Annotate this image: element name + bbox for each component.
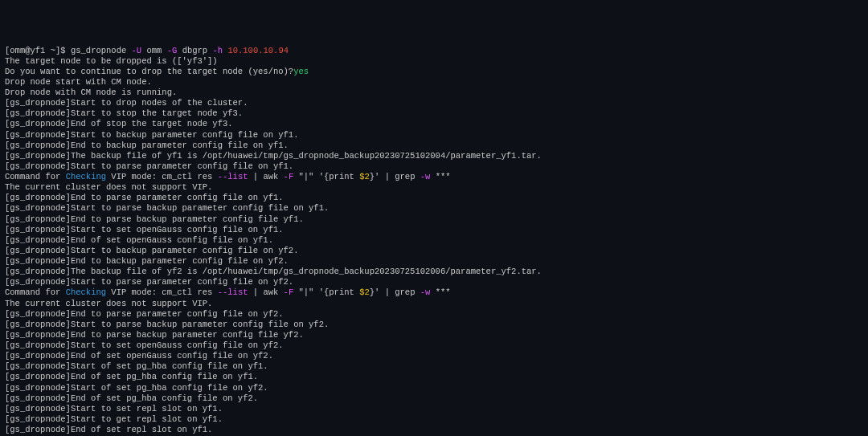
out-line: [gs_dropnode]End of set pg_hba config fi… — [5, 372, 863, 382]
out-line: [gs_dropnode]Start to set openGauss conf… — [5, 225, 863, 235]
out-line: [gs_dropnode]End of set openGauss config… — [5, 235, 863, 246]
val-U: omm — [146, 46, 162, 55]
val-h: 10.100.10.94 — [227, 46, 289, 55]
out-line: [gs_dropnode]End of stop the target node… — [5, 119, 863, 129]
confirm-prompt: Do you want to continue to drop the targ… — [5, 67, 293, 76]
vip-cmd-line: Command for Checking VIP mode: cm_ctl re… — [5, 172, 863, 182]
out-line: [gs_dropnode]Start to parse parameter co… — [5, 161, 863, 172]
out-line: [gs_dropnode]End of set openGauss config… — [5, 351, 863, 361]
out-line: [gs_dropnode]The backup file of yf1 is /… — [5, 151, 863, 161]
terminal-output[interactable]: [omm@yf1 ~]$ gs_dropnode -U omm -G dbgrp… — [5, 46, 863, 437]
out-line: [gs_dropnode]The backup file of yf2 is /… — [5, 267, 863, 277]
prompt: [omm@yf1 ~]$ — [5, 46, 66, 55]
out-line: [gs_dropnode]End to parse backup paramet… — [5, 330, 863, 340]
out-line: [gs_dropnode]End to backup parameter con… — [5, 256, 863, 267]
out-line: [gs_dropnode]Start to set openGauss conf… — [5, 340, 863, 351]
out-line: [gs_dropnode]Start to backup parameter c… — [5, 130, 863, 141]
out-line: [gs_dropnode]Start to parse backup param… — [5, 320, 863, 330]
out-line: [gs_dropnode]Start of set pg_hba config … — [5, 361, 863, 372]
out-line: Drop node with CM node is running. — [5, 88, 863, 98]
out-line: [gs_dropnode]Start to parse backup param… — [5, 203, 863, 214]
out-line: [gs_dropnode]End of set pg_hba config fi… — [5, 393, 863, 404]
out-line: Do you want to continue to drop the targ… — [5, 67, 863, 77]
cmd: gs_dropnode — [71, 46, 126, 55]
out-line: [gs_dropnode]End to parse backup paramet… — [5, 214, 863, 225]
flag-G: -G — [167, 46, 178, 55]
confirm-answer: yes — [293, 67, 309, 76]
out-line: [gs_dropnode]Start of set pg_hba config … — [5, 383, 863, 393]
out-line: [gs_dropnode]Start to get repl slot on y… — [5, 414, 863, 425]
out-line: [gs_dropnode]Start to stop the target no… — [5, 108, 863, 119]
out-line: [gs_dropnode]End of set repl slot on yf1… — [5, 425, 863, 435]
out-line: [gs_dropnode]Start to drop nodes of the … — [5, 98, 863, 108]
prompt-line: [omm@yf1 ~]$ gs_dropnode -U omm -G dbgrp… — [5, 46, 863, 56]
vip-cmd-line: Command for Checking VIP mode: cm_ctl re… — [5, 287, 863, 298]
out-line: [gs_dropnode]End to parse parameter conf… — [5, 193, 863, 203]
flag-h: -h — [212, 46, 223, 55]
out-line: [gs_dropnode]Start to parse parameter co… — [5, 277, 863, 287]
out-line: Drop node start with CM node. — [5, 77, 863, 88]
out-line: The current cluster does not support VIP… — [5, 299, 863, 309]
out-line: [gs_dropnode]End to backup parameter con… — [5, 141, 863, 151]
out-line: The target node to be dropped is (['yf3'… — [5, 56, 863, 67]
out-line: [gs_dropnode]End to parse parameter conf… — [5, 309, 863, 320]
val-G: dbgrp — [182, 46, 208, 55]
out-line: The current cluster does not support VIP… — [5, 182, 863, 193]
out-line: [gs_dropnode]Start to set repl slot on y… — [5, 404, 863, 414]
flag-U: -U — [132, 46, 142, 55]
out-line: [gs_dropnode]Start to backup parameter c… — [5, 246, 863, 256]
